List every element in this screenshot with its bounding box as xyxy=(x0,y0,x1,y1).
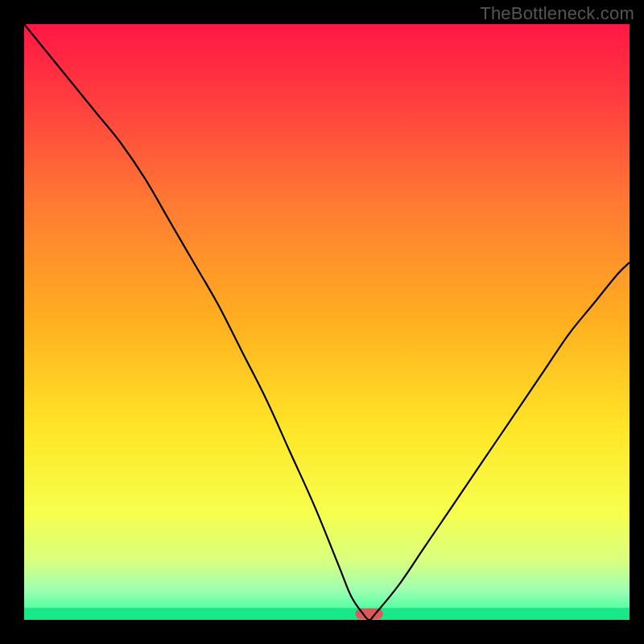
watermark-text: TheBottleneck.com xyxy=(480,3,634,24)
bottleneck-chart: TheBottleneck.com xyxy=(0,0,644,644)
green-baseline-band xyxy=(24,608,630,620)
chart-svg xyxy=(0,0,644,644)
plot-background xyxy=(24,24,630,620)
